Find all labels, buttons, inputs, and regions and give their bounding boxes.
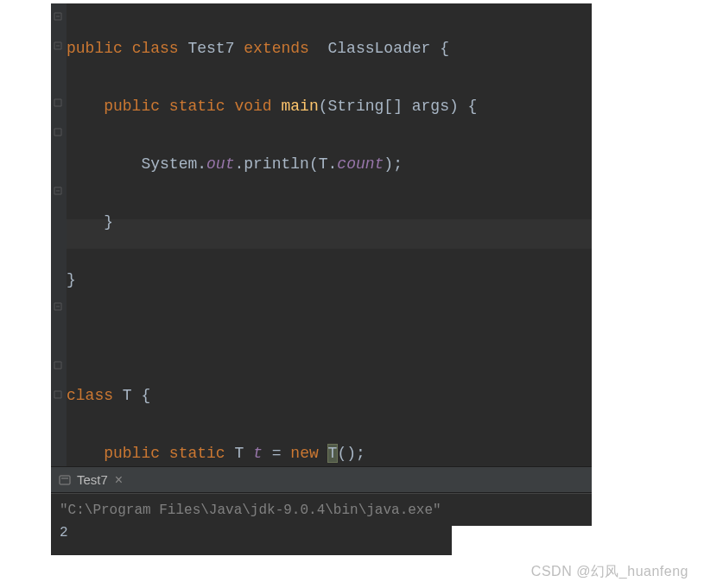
code-editor[interactable]: public class Test7 extends ClassLoader {…: [51, 3, 592, 466]
close-icon[interactable]: ×: [115, 473, 123, 487]
watermark: CSDN @幻风_huanfeng: [531, 563, 688, 581]
code-line[interactable]: class T {: [67, 382, 592, 411]
gutter-fold-icon[interactable]: [53, 300, 63, 311]
run-tabs-bar: Test7 ×: [51, 466, 592, 493]
console-command: "C:\Program Files\Java\jdk-9.0.4\bin\jav…: [60, 499, 583, 522]
run-config-icon: [58, 473, 72, 487]
code-line[interactable]: }: [67, 266, 592, 295]
white-overlay: [452, 526, 702, 557]
code-line[interactable]: public class Test7 extends ClassLoader {: [67, 35, 592, 64]
gutter-fold-icon[interactable]: [53, 359, 63, 370]
gutter-fold-icon[interactable]: [53, 97, 63, 107]
run-tab-label[interactable]: Test7: [77, 472, 108, 487]
gutter-fold-icon[interactable]: [53, 389, 63, 399]
code-line[interactable]: public static void main(String[] args) {: [67, 92, 592, 122]
code-line[interactable]: [67, 324, 592, 353]
gutter-fold-icon[interactable]: [53, 40, 63, 50]
editor-container: public class Test7 extends ClassLoader {…: [51, 3, 592, 555]
gutter-fold-icon[interactable]: [53, 10, 63, 21]
gutter-fold-icon[interactable]: [53, 185, 63, 195]
gutter-fold-icon[interactable]: [53, 126, 63, 136]
code-line[interactable]: public static T t = new T();: [67, 439, 592, 467]
current-line-highlight: [67, 219, 592, 249]
code-line[interactable]: System.out.println(T.count);: [67, 150, 592, 180]
gutter: [51, 3, 67, 466]
svg-rect-0: [60, 476, 70, 484]
